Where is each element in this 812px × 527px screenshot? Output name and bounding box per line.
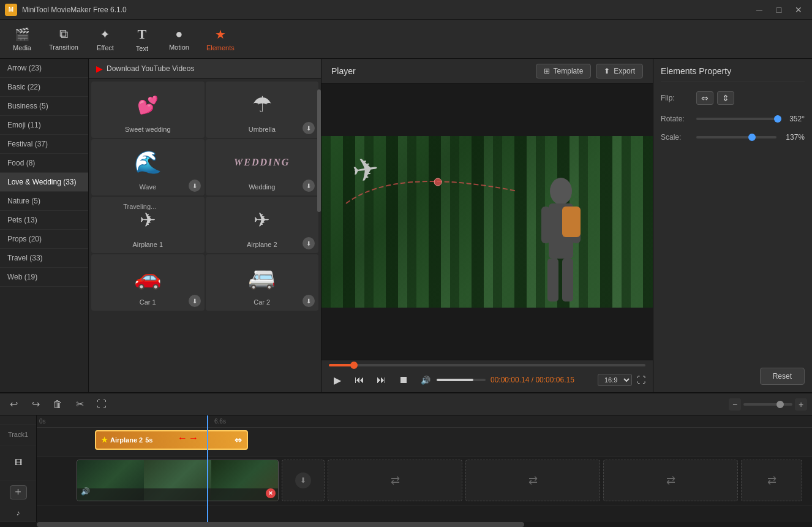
category-travel[interactable]: Travel (33) (0, 249, 88, 268)
motion-icon: ● (175, 27, 182, 41)
element-airplane2[interactable]: ✈ Airplane 2 ⬇ (206, 197, 319, 253)
cut-button[interactable]: ✂ (71, 396, 88, 413)
airplane2-download-icon[interactable]: ⬇ (303, 237, 315, 249)
transition-label: Transition (49, 44, 78, 51)
scale-control: 137% (696, 133, 805, 142)
transition-icon: ⧉ (59, 27, 68, 41)
flip-vertical-button[interactable]: ⇕ (717, 91, 734, 105)
video-clip[interactable]: 🔊 ✕ (77, 460, 279, 501)
prev-button[interactable]: ⏮ (351, 371, 368, 389)
timeline-scrollbar-thumb (37, 522, 524, 527)
ruler-spacer (0, 415, 36, 425)
stop-button[interactable]: ⏹ (395, 371, 412, 389)
elements-clip[interactable]: ★ Airplane 2 5s ⇔ (95, 430, 248, 450)
category-props[interactable]: Props (20) (0, 230, 88, 249)
tool-effect[interactable]: ✦ Effect (88, 23, 122, 55)
element-car1[interactable]: 🚗 Car 1 ⬇ (91, 254, 205, 311)
scale-slider[interactable] (696, 136, 776, 138)
volume-button[interactable]: 🔊 (417, 371, 434, 389)
volume-bar[interactable] (437, 379, 486, 381)
add-track-button[interactable]: + (10, 485, 27, 499)
category-food[interactable]: Food (8) (0, 154, 88, 173)
category-nature[interactable]: Nature (5) (0, 192, 88, 211)
car1-download-icon[interactable]: ⬇ (189, 295, 201, 307)
transition-cell-2: ⇄ (328, 460, 462, 501)
car2-download-icon[interactable]: ⬇ (303, 295, 315, 307)
effect-icon: ✦ (100, 27, 110, 42)
export-button[interactable]: ⬆ Export (596, 64, 643, 78)
element-sweet-wedding[interactable]: 💕 Sweet wedding (91, 82, 205, 138)
sweet-wedding-preview: 💕 (123, 86, 172, 123)
zoom-out-button[interactable]: − (729, 398, 741, 411)
maximize-button[interactable]: □ (770, 3, 788, 17)
category-festival[interactable]: Festival (37) (0, 135, 88, 154)
timeline-scrollbar[interactable] (0, 522, 812, 527)
category-basic[interactable]: Basic (22) (0, 78, 88, 97)
rotate-value: 352° (780, 115, 805, 123)
zoom-slider[interactable] (743, 403, 792, 406)
rotate-property: Rotate: 352° (661, 115, 805, 123)
wedding-download-icon[interactable]: ⬇ (303, 180, 315, 192)
minimize-button[interactable]: ─ (751, 3, 768, 17)
category-arrow[interactable]: Arrow (23) (0, 59, 88, 78)
airplane2-preview: ✈ (238, 202, 287, 238)
undo-button[interactable]: ↩ (5, 396, 22, 413)
tool-elements[interactable]: ★ Elements (199, 23, 242, 55)
category-lovewedding[interactable]: Love & Wedding (33) (0, 173, 88, 192)
aspect-ratio-select[interactable]: 16:9 4:3 1:1 (598, 374, 632, 386)
fullscreen-button[interactable]: ⛶ (637, 375, 645, 385)
element-wedding[interactable]: WEDDING Wedding ⬇ (206, 139, 319, 195)
flip-control: ⇔ ⇕ (696, 91, 805, 105)
transition-cell-3: ⇄ (465, 460, 600, 501)
sweet-wedding-label: Sweet wedding (125, 126, 171, 133)
umbrella-download-icon[interactable]: ⬇ (303, 122, 315, 134)
zoom-in-button[interactable]: + (795, 398, 807, 411)
total-time: 00:00:06.15 (535, 376, 574, 384)
progress-bar[interactable] (329, 364, 645, 366)
download-bar[interactable]: ▶ Download YouTube Videos (89, 59, 321, 79)
reset-button[interactable]: Reset (760, 368, 805, 385)
crop-button[interactable]: ⛶ (93, 396, 110, 413)
resize-handle-icon: ⇔ (235, 435, 242, 445)
youtube-icon: ▶ (96, 64, 103, 74)
media-label: Media (13, 44, 31, 51)
flip-horizontal-button[interactable]: ⇔ (696, 91, 713, 105)
wave-download-icon[interactable]: ⬇ (189, 180, 201, 192)
tool-text[interactable]: T Text (125, 23, 159, 56)
player-title: Player (331, 66, 356, 76)
delete-button[interactable]: 🗑 (49, 396, 66, 413)
wave-preview: 🌊 (123, 144, 172, 181)
mute-badge[interactable]: ✕ (266, 488, 276, 498)
property-panel-title: Elements Property (661, 66, 805, 82)
element-airplane1[interactable]: Traveling... ✈ Airplane 1 (91, 197, 205, 253)
motion-label: Motion (169, 44, 189, 51)
tool-media[interactable]: 🎬 Media (5, 23, 39, 55)
rotate-slider[interactable] (696, 118, 776, 120)
effect-label: Effect (97, 44, 114, 51)
tool-motion[interactable]: ● Motion (162, 23, 197, 55)
car1-preview: 🚗 (123, 259, 172, 296)
tool-transition[interactable]: ⧉ Transition (42, 23, 86, 55)
next-button[interactable]: ⏭ (373, 371, 390, 389)
element-car2[interactable]: 🚐 Car 2 ⬇ (206, 254, 319, 311)
svg-point-0 (434, 178, 442, 186)
category-web[interactable]: Web (19) (0, 268, 88, 287)
category-pets[interactable]: Pets (13) (0, 211, 88, 230)
category-business[interactable]: Business (5) (0, 97, 88, 116)
playhead[interactable] (207, 415, 208, 522)
left-trim-arrow: ← (178, 433, 187, 444)
close-button[interactable]: ✕ (790, 3, 807, 17)
clip-star-icon: ★ (101, 436, 108, 444)
category-emoji[interactable]: Emoji (11) (0, 116, 88, 135)
timeline-tracks[interactable]: 0s 6.6s ← → ★ Airplane 2 5s ⇔ (37, 415, 812, 522)
timeline-content: Track1 🎞 + ♪ 0s 6.6s ← → (0, 415, 812, 522)
template-button[interactable]: ⊞ Template (536, 64, 592, 78)
panel-scrollbar[interactable] (317, 89, 321, 212)
text-label: Text (136, 45, 148, 52)
element-umbrella[interactable]: ☂ Umbrella ⬇ (206, 82, 319, 138)
element-wave[interactable]: 🌊 Wave ⬇ (91, 139, 205, 195)
play-button[interactable]: ▶ (329, 371, 346, 389)
transition-cell-1[interactable]: ⬇ (282, 460, 325, 501)
player-area: Player ⊞ Template ⬆ Export ✈ (321, 59, 653, 392)
redo-button[interactable]: ↪ (27, 396, 44, 413)
